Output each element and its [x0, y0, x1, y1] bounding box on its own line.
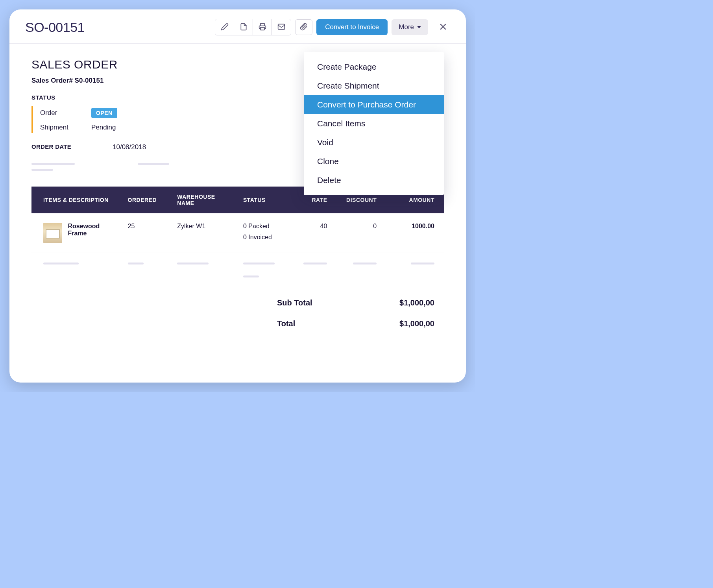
header-actions: Convert to Invoice More — [215, 19, 450, 35]
col-status: STATUS — [238, 187, 296, 213]
status-shipment-value: Pending — [91, 124, 116, 131]
table-row[interactable]: Rosewood Frame 25 Zylker W1 0 Packed 0 I… — [31, 213, 444, 253]
item-name: Rosewood Frame — [68, 223, 116, 237]
status-shipment-key: Shipment — [40, 124, 91, 131]
placeholder-line — [411, 263, 434, 264]
placeholder-line — [31, 169, 53, 171]
item-thumbnail — [43, 223, 62, 243]
print-button[interactable] — [253, 19, 272, 35]
svg-rect-0 — [260, 27, 264, 30]
svg-rect-1 — [278, 24, 285, 29]
placeholder-line — [353, 263, 377, 264]
dropdown-item-create-shipment[interactable]: Create Shipment — [304, 76, 444, 95]
mail-icon — [277, 23, 285, 32]
more-dropdown: Create Package Create Shipment Convert t… — [304, 52, 444, 195]
item-status-invoiced: 0 Invoiced — [243, 234, 290, 241]
total-row: Total $1,000,00 — [31, 319, 434, 328]
status-badge-open: OPEN — [91, 108, 117, 118]
pdf-button[interactable] — [234, 19, 253, 35]
totals-block: Sub Total $1,000,00 Total $1,000,00 — [31, 287, 444, 328]
page-title: SO-00151 — [25, 20, 85, 35]
col-items: ITEMS & DESCRIPTION — [31, 187, 122, 213]
dropdown-item-create-package[interactable]: Create Package — [304, 57, 444, 76]
item-ordered: 25 — [122, 213, 172, 253]
header-bar: SO-00151 — [9, 9, 466, 44]
item-warehouse: Zylker W1 — [172, 213, 238, 253]
subtotal-value: $1,000,00 — [379, 298, 434, 307]
toolbar-button-group — [215, 19, 291, 35]
placeholder-line — [243, 263, 275, 264]
placeholder-line — [128, 263, 144, 264]
paperclip-icon — [300, 23, 308, 32]
subtotal-label: Sub Total — [277, 298, 332, 307]
item-rate: 40 — [296, 213, 337, 253]
placeholder-line — [43, 263, 79, 264]
status-order-key: Order — [40, 109, 91, 117]
chevron-down-icon — [417, 26, 421, 28]
total-value: $1,000,00 — [379, 319, 434, 328]
placeholder-line — [303, 263, 327, 264]
printer-icon — [259, 23, 266, 32]
pencil-icon — [221, 23, 229, 32]
placeholder-line — [243, 276, 259, 277]
edit-button[interactable] — [215, 19, 234, 35]
more-button[interactable]: More — [392, 19, 428, 35]
subtotal-row: Sub Total $1,000,00 — [31, 298, 434, 307]
close-icon — [438, 27, 448, 33]
placeholder-line — [31, 163, 75, 165]
dropdown-item-void[interactable]: Void — [304, 133, 444, 152]
attachment-button[interactable] — [295, 19, 312, 35]
pdf-icon — [240, 23, 248, 32]
convert-to-invoice-button[interactable]: Convert to Invoice — [316, 19, 388, 35]
total-label: Total — [277, 319, 332, 328]
placeholder-line — [177, 263, 209, 264]
table-row-placeholder — [31, 253, 444, 287]
dropdown-item-delete[interactable]: Delete — [304, 171, 444, 190]
email-button[interactable] — [272, 19, 291, 35]
item-amount: 1000.00 — [386, 213, 444, 253]
items-table: ITEMS & DESCRIPTION ORDERED WAREHOUSE NA… — [31, 187, 444, 287]
item-status-packed: 0 Packed — [243, 223, 290, 230]
item-discount: 0 — [336, 213, 386, 253]
dropdown-item-clone[interactable]: Clone — [304, 152, 444, 171]
dropdown-item-convert-purchase-order[interactable]: Convert to Purchase Order — [304, 95, 444, 114]
close-button[interactable] — [436, 20, 450, 35]
more-button-label: More — [399, 23, 414, 31]
col-ordered: ORDERED — [122, 187, 172, 213]
order-date-key: ORDER DATE — [31, 143, 113, 151]
dropdown-item-cancel-items[interactable]: Cancel Items — [304, 114, 444, 133]
col-warehouse: WAREHOUSE NAME — [172, 187, 238, 213]
order-date-value: 10/08/2018 — [113, 143, 146, 151]
placeholder-line — [138, 163, 169, 165]
sales-order-window: SO-00151 — [9, 9, 466, 383]
